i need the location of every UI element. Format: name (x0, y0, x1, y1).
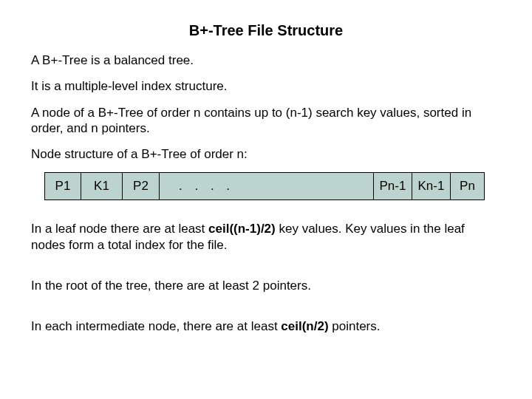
cell-p2: P2 (123, 172, 160, 200)
para-balanced: A B+-Tree is a balanced tree. (31, 52, 501, 68)
bold-ceil-1: ceil((n-1)/2) (208, 222, 276, 236)
slide: B+-Tree File Structure A B+-Tree is a ba… (0, 0, 532, 334)
node-structure-diagram: P1 K1 P2 . . . . Pn-1 Kn-1 Pn (44, 172, 501, 200)
para-multilevel: It is a multiple-level index structure. (31, 78, 501, 94)
para-node-contains: A node of a B+-Tree of order n contains … (31, 105, 501, 137)
text: In each intermediate node, there are at … (31, 319, 281, 333)
para-node-structure-label: Node structure of a B+-Tree of order n: (31, 146, 501, 162)
cell-ellipsis: . . . . (160, 172, 374, 200)
cell-pn: Pn (451, 172, 485, 200)
para-root: In the root of the tree, there are at le… (31, 278, 501, 293)
cell-k1: K1 (81, 172, 123, 200)
cell-p1: P1 (44, 172, 81, 200)
text: In a leaf node there are at least (31, 222, 208, 236)
text: pointers. (329, 319, 381, 333)
cell-kn-1: Kn-1 (412, 172, 451, 200)
cell-pn-1: Pn-1 (374, 172, 412, 200)
para-intermediate: In each intermediate node, there are at … (31, 318, 501, 334)
bold-ceil-2: ceil(n/2) (281, 319, 328, 333)
para-leaf-node: In a leaf node there are at least ceil((… (31, 221, 501, 253)
page-title: B+-Tree File Structure (31, 22, 501, 39)
